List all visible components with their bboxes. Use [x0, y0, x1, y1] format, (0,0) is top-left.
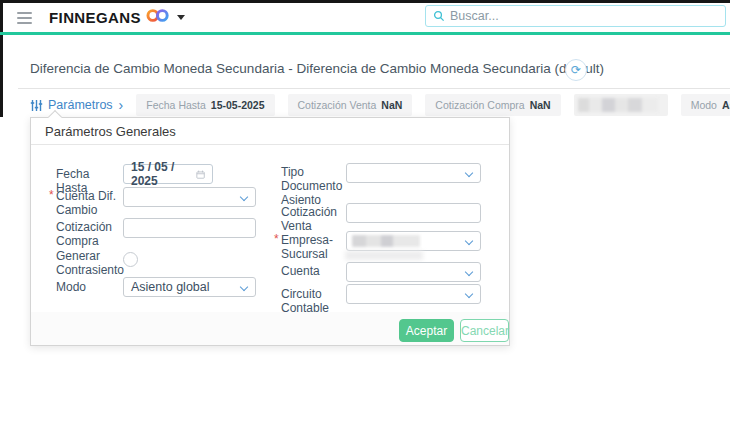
label-cotizacion-venta: Cotización Venta: [281, 205, 345, 233]
search-icon: [433, 10, 445, 22]
chevron-down-icon: [240, 193, 248, 201]
accent-divider: [0, 32, 730, 35]
chip-value: NaN: [381, 99, 402, 111]
cancel-button[interactable]: Cancelar: [460, 319, 509, 342]
redacted-blur: [352, 235, 420, 247]
parameters-bar: Parámetros › Fecha Hasta 15-05-2025 Coti…: [30, 94, 730, 116]
cotizacion-venta-input[interactable]: [346, 203, 481, 223]
modo-select[interactable]: Asiento global: [123, 277, 256, 297]
cotizacion-compra-input[interactable]: [123, 218, 256, 238]
label-cotizacion-compra: Cotización Compra: [56, 220, 122, 248]
cuenta-dif-cambio-select[interactable]: [123, 187, 256, 207]
label-empresa-sucursal: *Empresa-Sucursal: [281, 233, 345, 261]
modal-title: Parámetros Generales: [31, 118, 509, 145]
hamburger-menu-icon[interactable]: [17, 9, 32, 27]
global-search: [425, 5, 726, 27]
label-modo: Modo: [56, 280, 122, 294]
fecha-hasta-value: 15 / 05 / 2025: [131, 160, 192, 188]
refresh-icon: ⟳: [571, 63, 581, 77]
chevron-down-icon: [465, 169, 473, 177]
chip-value: 15-05-2025: [211, 99, 265, 111]
caret-down-icon[interactable]: [177, 15, 185, 20]
label-cuenta-dif-cambio: *Cuenta Dif. Cambio: [56, 189, 122, 217]
section-divider: [18, 88, 730, 89]
parametros-generales-modal: Parámetros Generales Fecha Hasta 15 / 05…: [30, 117, 510, 346]
param-chip-cotizacion-venta: Cotización Venta NaN: [288, 94, 413, 116]
label-cuenta: Cuenta: [281, 264, 345, 278]
accept-button[interactable]: Aceptar: [399, 319, 454, 342]
param-chip-fecha-hasta: Fecha Hasta 15-05-2025: [136, 94, 274, 116]
chevron-down-icon: [465, 290, 473, 298]
required-asterisk: *: [49, 188, 54, 202]
parameters-toggle[interactable]: Parámetros ›: [30, 97, 123, 113]
cuenta-select[interactable]: [346, 262, 481, 282]
redacted-blur: [578, 98, 658, 112]
chip-label: Modo: [691, 99, 717, 111]
search-input[interactable]: [450, 9, 725, 23]
chip-label: Cotización Venta: [298, 99, 377, 111]
param-chip-modo: Modo Asiento global: [681, 94, 730, 116]
filter-sliders-icon: [30, 99, 43, 112]
calendar-icon: [196, 169, 205, 180]
generar-contrasiento-radio[interactable]: [123, 252, 138, 267]
param-chip-cotizacion-compra: Cotización Compra NaN: [425, 94, 560, 116]
chip-label: Fecha Hasta: [146, 99, 206, 111]
chip-label: Cotización Compra: [435, 99, 524, 111]
circuito-contable-select[interactable]: [346, 284, 481, 304]
chevron-right-icon: ›: [119, 97, 124, 113]
parameters-toggle-label: Parámetros: [48, 98, 113, 112]
page-title: Diferencia de Cambio Moneda Secundaria -…: [30, 61, 604, 76]
param-chip-redacted: [574, 94, 668, 116]
brand-logo[interactable]: FINNEGANS: [49, 7, 185, 28]
tipo-documento-asiento-select[interactable]: [346, 163, 481, 183]
refresh-button[interactable]: ⟳: [565, 59, 587, 81]
required-asterisk: *: [274, 232, 279, 246]
label-tipo-documento-asiento: Tipo Documento Asiento: [281, 165, 345, 207]
finnegans-infinity-icon: [145, 7, 171, 28]
fecha-hasta-input[interactable]: 15 / 05 / 2025: [123, 164, 213, 184]
redacted-blur-under: [345, 251, 423, 260]
chevron-down-icon: [240, 283, 248, 291]
chevron-down-icon: [465, 237, 473, 245]
chevron-down-icon: [465, 268, 473, 276]
chip-value: NaN: [530, 99, 551, 111]
chip-value: Asiento global: [722, 99, 730, 111]
app-window: FINNEGANS: [0, 0, 730, 428]
label-generar-contrasiento: Generar Contrasiento: [56, 249, 122, 277]
empresa-sucursal-select[interactable]: [346, 231, 481, 251]
brand-name: FINNEGANS: [49, 9, 141, 26]
